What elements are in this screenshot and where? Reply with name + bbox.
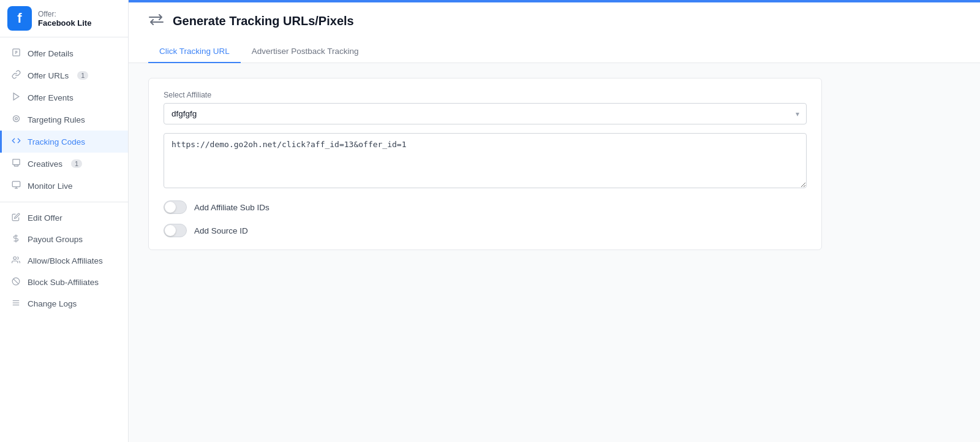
logo-letter: f <box>17 10 21 26</box>
page-body: Select Affiliate dfgfgfg ▾ https://demo.… <box>129 63 980 442</box>
toggle-row-add-affiliate-sub-ids: Add Affiliate Sub IDs <box>164 200 807 214</box>
icon-offer-urls <box>10 70 21 81</box>
icon-edit-offer <box>10 213 21 223</box>
toggle-add-affiliate-sub-ids[interactable] <box>164 200 187 214</box>
affiliate-select-wrapper: dfgfgfg ▾ <box>164 103 807 124</box>
icon-targeting-rules <box>10 114 21 125</box>
toggle-row-add-source-id: Add Source ID <box>164 224 807 237</box>
svg-line-15 <box>13 279 18 284</box>
affiliate-select[interactable]: dfgfgfg <box>164 103 807 124</box>
page-title-icon <box>148 13 164 29</box>
icon-offer-events <box>10 92 21 103</box>
tab-advertiser-postback-tracking[interactable]: Advertiser Postback Tracking <box>241 40 370 63</box>
sidebar-item-creatives[interactable]: Creatives1 <box>0 153 128 175</box>
label-tracking-codes: Tracking Codes <box>28 137 85 147</box>
label-creatives: Creatives <box>28 159 62 169</box>
icon-allow-block-affiliates <box>10 256 21 266</box>
select-label: Select Affiliate <box>164 91 807 99</box>
sidebar-item-tracking-codes[interactable]: Tracking Codes <box>0 131 128 153</box>
sidebar-item-change-logs[interactable]: Change Logs <box>0 293 128 314</box>
form-card: Select Affiliate dfgfgfg ▾ https://demo.… <box>148 78 822 250</box>
toggle-knob-add-source-id <box>165 225 176 236</box>
sidebar-header: f Offer: Facebook Lite <box>0 0 128 37</box>
offer-label: Offer: <box>38 10 91 18</box>
tracking-url-textarea[interactable]: https://demo.go2oh.net/click?aff_id=13&o… <box>164 133 807 188</box>
sidebar-item-edit-offer[interactable]: Edit Offer <box>0 207 128 229</box>
icon-block-sub-affiliates <box>10 277 21 288</box>
toggle-label-add-affiliate-sub-ids: Add Affiliate Sub IDs <box>194 203 270 212</box>
page-title-row: Generate Tracking URLs/Pixels <box>148 13 960 37</box>
icon-offer-details <box>10 48 21 59</box>
sidebar-item-offer-urls[interactable]: Offer URLs1 <box>0 64 128 86</box>
label-change-logs: Change Logs <box>28 299 77 308</box>
label-edit-offer: Edit Offer <box>28 213 62 223</box>
label-monitor-live: Monitor Live <box>28 181 73 191</box>
badge-offer-urls: 1 <box>77 71 88 80</box>
svg-point-6 <box>13 116 19 122</box>
nav-divider <box>0 202 128 202</box>
toggles-container: Add Affiliate Sub IDs Add Source ID <box>164 200 807 237</box>
svg-rect-7 <box>12 159 19 165</box>
label-offer-details: Offer Details <box>28 49 74 58</box>
label-targeting-rules: Targeting Rules <box>28 115 85 124</box>
svg-point-5 <box>15 118 17 120</box>
icon-change-logs <box>10 299 21 309</box>
sidebar-item-block-sub-affiliates[interactable]: Block Sub-Affiliates <box>0 272 128 293</box>
main-content: Generate Tracking URLs/Pixels Click Trac… <box>129 0 980 442</box>
sidebar-item-offer-details[interactable]: Offer Details <box>0 42 128 64</box>
tabs: Click Tracking URLAdvertiser Postback Tr… <box>148 40 960 63</box>
label-payout-groups: Payout Groups <box>28 235 83 244</box>
sidebar-item-offer-events[interactable]: Offer Events <box>0 86 128 109</box>
svg-marker-4 <box>13 93 19 100</box>
label-block-sub-affiliates: Block Sub-Affiliates <box>28 278 99 287</box>
label-offer-events: Offer Events <box>28 93 74 102</box>
sidebar-item-payout-groups[interactable]: Payout Groups <box>0 229 128 250</box>
offer-logo: f <box>7 6 32 31</box>
icon-creatives <box>10 158 21 169</box>
label-offer-urls: Offer URLs <box>28 71 69 80</box>
tab-click-tracking-url[interactable]: Click Tracking URL <box>148 40 241 63</box>
page-title: Generate Tracking URLs/Pixels <box>173 14 354 28</box>
offer-name: Facebook Lite <box>38 18 91 28</box>
svg-rect-8 <box>14 165 18 167</box>
icon-payout-groups <box>10 234 21 245</box>
sidebar: f Offer: Facebook Lite Offer DetailsOffe… <box>0 0 129 442</box>
toggle-knob-add-affiliate-sub-ids <box>165 202 176 213</box>
page-header: Generate Tracking URLs/Pixels Click Trac… <box>129 2 980 63</box>
badge-creatives: 1 <box>71 159 82 168</box>
sidebar-item-targeting-rules[interactable]: Targeting Rules <box>0 109 128 131</box>
label-allow-block-affiliates: Allow/Block Affiliates <box>28 256 103 265</box>
sidebar-item-allow-block-affiliates[interactable]: Allow/Block Affiliates <box>0 250 128 272</box>
svg-rect-9 <box>12 181 20 187</box>
sidebar-nav-primary: Offer DetailsOffer URLs1Offer EventsTarg… <box>0 37 128 319</box>
svg-point-13 <box>13 257 17 260</box>
icon-monitor-live <box>10 180 21 191</box>
sidebar-item-monitor-live[interactable]: Monitor Live <box>0 175 128 197</box>
toggle-add-source-id[interactable] <box>164 224 187 237</box>
toggle-label-add-source-id: Add Source ID <box>194 226 248 235</box>
offer-info: Offer: Facebook Lite <box>38 10 91 28</box>
icon-tracking-codes <box>10 136 21 147</box>
